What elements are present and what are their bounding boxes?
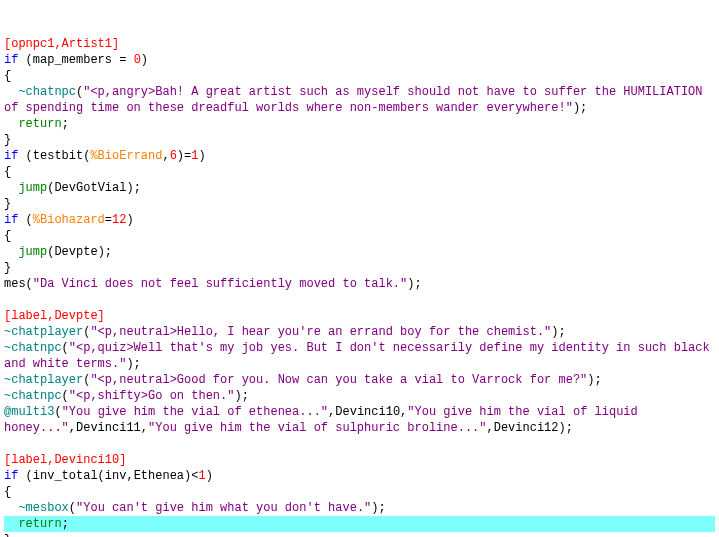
token: "Da Vinci does not feel sufficiently mov…: [33, 277, 407, 291]
token: %BioErrand: [90, 149, 162, 163]
token: 6: [170, 149, 177, 163]
token: );: [371, 501, 385, 515]
token: @multi3: [4, 405, 54, 419]
token: ): [141, 53, 148, 67]
code-line: mes("Da Vinci does not feel sufficiently…: [4, 276, 715, 292]
token: [4, 181, 18, 195]
token: if: [4, 469, 18, 483]
code-line: [opnpc1,Artist1]: [4, 36, 715, 52]
token: "<p,neutral>Hello, I hear you're an erra…: [90, 325, 551, 339]
code-line: if (map_members = 0): [4, 52, 715, 68]
token: }: [4, 197, 11, 211]
token: "<p,shifty>Go on then.": [69, 389, 235, 403]
token: );: [234, 389, 248, 403]
token: (: [18, 213, 32, 227]
token: }: [4, 533, 11, 537]
token: [opnpc1,Artist1]: [4, 37, 119, 51]
token: [label,Devinci10]: [4, 453, 126, 467]
code-line: return;: [4, 116, 715, 132]
code-line: }: [4, 196, 715, 212]
token: [4, 501, 18, 515]
token: if: [4, 149, 18, 163]
token: "You give him the vial of sulphuric brol…: [148, 421, 486, 435]
token: [4, 85, 18, 99]
token: "<p,neutral>Good for you. Now can you ta…: [90, 373, 587, 387]
token: );: [573, 101, 587, 115]
token: ): [177, 149, 184, 163]
token: ~mesbox: [18, 501, 68, 515]
token: (Devpte);: [47, 245, 112, 259]
token: );: [587, 373, 601, 387]
token: ;: [62, 517, 69, 531]
token: ;: [62, 117, 69, 131]
token: (: [54, 405, 61, 419]
token: [4, 517, 18, 531]
token: jump: [18, 181, 47, 195]
token: return: [18, 117, 61, 131]
token: {: [4, 229, 11, 243]
token: ,Devinci10,: [328, 405, 407, 419]
token: ~chatnpc: [4, 341, 62, 355]
token: [label,Devpte]: [4, 309, 105, 323]
token: );: [126, 357, 140, 371]
code-line: return;: [4, 516, 715, 532]
code-line: {: [4, 68, 715, 84]
token: mes(: [4, 277, 33, 291]
code-line: [4, 436, 715, 452]
code-line: if (%Biohazard=12): [4, 212, 715, 228]
token: if: [4, 213, 18, 227]
token: );: [407, 277, 421, 291]
token: "You give him the vial of ethenea...": [62, 405, 328, 419]
token: jump: [18, 245, 47, 259]
code-line: ~chatplayer("<p,neutral>Hello, I hear yo…: [4, 324, 715, 340]
token: =: [105, 213, 112, 227]
code-line: if (inv_total(inv,Ethenea)<1): [4, 468, 715, 484]
code-line: [4, 292, 715, 308]
code-block: [opnpc1,Artist1]if (map_members = 0){ ~c…: [4, 36, 715, 537]
code-line: }: [4, 532, 715, 537]
token: "You can't give him what you don't have.…: [76, 501, 371, 515]
token: "<p,quiz>Well that's my job yes. But I d…: [4, 341, 717, 371]
token: (: [62, 341, 69, 355]
token: ): [206, 469, 213, 483]
code-line: {: [4, 164, 715, 180]
code-line: }: [4, 260, 715, 276]
code-line: ~chatnpc("<p,angry>Bah! A great artist s…: [4, 84, 715, 116]
code-line: ~chatplayer("<p,neutral>Good for you. No…: [4, 372, 715, 388]
token: ~chatplayer: [4, 325, 83, 339]
token: (map_members: [18, 53, 119, 67]
token: ): [198, 149, 205, 163]
token: {: [4, 69, 11, 83]
token: ~chatplayer: [4, 373, 83, 387]
token: 12: [112, 213, 126, 227]
token: (: [62, 389, 69, 403]
token: }: [4, 261, 11, 275]
token: [126, 53, 133, 67]
token: ,: [162, 149, 169, 163]
code-line: if (testbit(%BioErrand,6)=1): [4, 148, 715, 164]
token: ,Devinci11,: [69, 421, 148, 435]
token: (: [69, 501, 76, 515]
token: [4, 117, 18, 131]
token: (inv_total(inv,Ethenea)<: [18, 469, 198, 483]
token: ): [126, 213, 133, 227]
token: 0: [134, 53, 141, 67]
code-line: @multi3("You give him the vial of ethene…: [4, 404, 715, 436]
code-line: }: [4, 132, 715, 148]
token: ,Devinci12);: [487, 421, 573, 435]
token: }: [4, 133, 11, 147]
code-line: {: [4, 484, 715, 500]
code-line: ~mesbox("You can't give him what you don…: [4, 500, 715, 516]
code-line: ~chatnpc("<p,shifty>Go on then.");: [4, 388, 715, 404]
code-line: jump(DevGotVial);: [4, 180, 715, 196]
token: (DevGotVial);: [47, 181, 141, 195]
token: ~chatnpc: [18, 85, 76, 99]
token: %Biohazard: [33, 213, 105, 227]
token: (testbit(: [18, 149, 90, 163]
token: {: [4, 165, 11, 179]
code-line: jump(Devpte);: [4, 244, 715, 260]
code-line: [label,Devinci10]: [4, 452, 715, 468]
token: "<p,angry>Bah! A great artist such as my…: [4, 85, 710, 115]
token: ~chatnpc: [4, 389, 62, 403]
code-line: ~chatnpc("<p,quiz>Well that's my job yes…: [4, 340, 715, 372]
